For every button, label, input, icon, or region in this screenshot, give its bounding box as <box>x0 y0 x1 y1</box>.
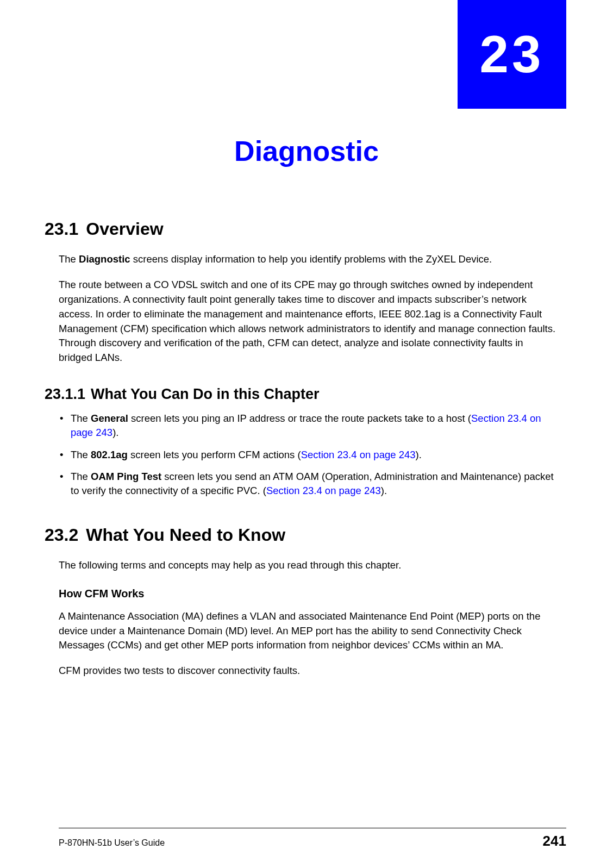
paragraph: The Diagnostic screens display informati… <box>59 252 559 267</box>
heading-text: What You Need to Know <box>86 525 285 545</box>
page-footer: P-870HN-51b User’s Guide 241 <box>59 828 566 850</box>
paragraph: A Maintenance Association (MA) defines a… <box>59 609 559 653</box>
content-area: 23.1Overview The Diagnostic screens disp… <box>59 207 559 689</box>
section-23-1-heading: 23.1Overview <box>45 216 559 241</box>
heading-text: Overview <box>86 219 163 239</box>
chapter-number-tab: 23 <box>458 0 566 109</box>
bullet-list: The General screen lets you ping an IP a… <box>59 411 559 498</box>
heading-number: 23.1.1 <box>45 386 85 402</box>
heading-text: What You Can Do in this Chapter <box>91 386 320 402</box>
paragraph: The following terms and concepts may hel… <box>59 558 559 573</box>
section-23-2-heading: 23.2What You Need to Know <box>45 522 559 547</box>
footer-guide-name: P-870HN-51b User’s Guide <box>59 838 165 848</box>
page: 23 Diagnostic 23.1Overview The Diagnosti… <box>0 0 613 868</box>
cross-ref-link[interactable]: Section 23.4 on page 243 <box>301 449 416 460</box>
paragraph: CFM provides two tests to discover conne… <box>59 664 559 678</box>
cross-ref-link[interactable]: Section 23.4 on page 243 <box>266 485 381 496</box>
chapter-title: Diagnostic <box>0 135 613 167</box>
heading-number: 23.1 <box>45 219 78 239</box>
subsection-heading: How CFM Works <box>59 586 559 602</box>
section-23-1-1-heading: 23.1.1What You Can Do in this Chapter <box>45 384 559 405</box>
heading-number: 23.2 <box>45 525 78 545</box>
page-number: 241 <box>543 833 566 850</box>
paragraph: The route between a CO VDSL switch and o… <box>59 278 559 365</box>
list-item: The General screen lets you ping an IP a… <box>59 411 559 440</box>
list-item: The 802.1ag screen lets you perform CFM … <box>59 448 559 462</box>
list-item: The OAM Ping Test screen lets you send a… <box>59 470 559 498</box>
chapter-number: 23 <box>480 24 545 84</box>
